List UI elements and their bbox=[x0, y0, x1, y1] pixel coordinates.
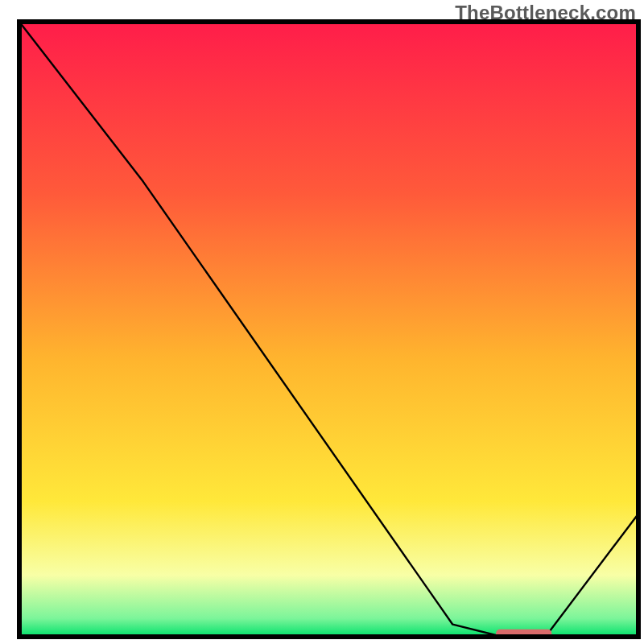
gradient-background bbox=[19, 22, 638, 637]
plot-area bbox=[19, 22, 638, 638]
bottleneck-chart bbox=[0, 0, 644, 644]
chart-stage: TheBottleneck.com bbox=[0, 0, 644, 644]
